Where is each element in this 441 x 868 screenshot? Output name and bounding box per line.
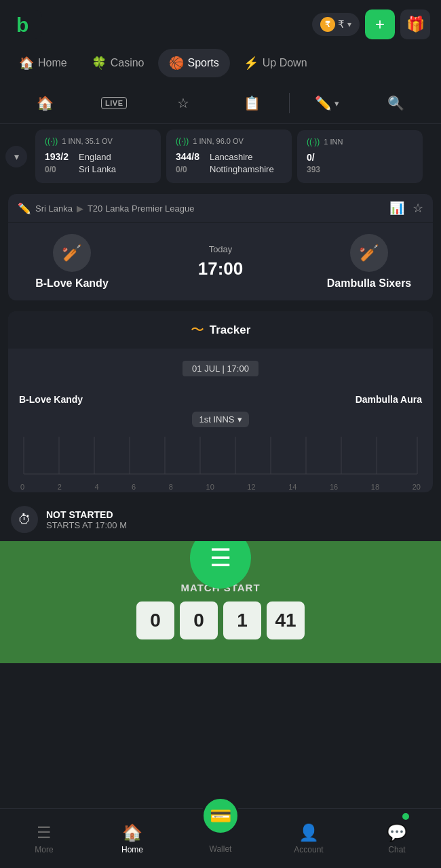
- tracker-team1: B-Love Kandy: [19, 394, 83, 405]
- tab-casino[interactable]: 🍀 Casino: [81, 49, 155, 77]
- header-right: ₹ ₹ ▾ + 🎁: [312, 9, 430, 39]
- tracker-chart: 0 2 4 6 8 10 12 14 16 18 20: [8, 431, 433, 492]
- innings-chevron-icon: ▾: [237, 414, 242, 425]
- score-card-3[interactable]: ((·)) 1 INN 0/ 393: [297, 130, 423, 183]
- match-card: ✏️ Sri Lanka ▶ T20 Lanka Premier League …: [8, 194, 433, 300]
- match-center: Today 17:00: [198, 244, 244, 279]
- score-team-1a: England: [79, 152, 111, 162]
- currency-icon: ₹: [320, 17, 335, 32]
- score-innings-1: 1 INN, 35.1 OV: [62, 137, 113, 145]
- tracker-section: 〜 Tracker 01 JUL | 17:00 B-Love Kandy Da…: [8, 311, 433, 492]
- league-name: T20 Lanka Premier League: [88, 203, 195, 214]
- logo: b: [11, 7, 45, 41]
- score-val-2a: 344/8: [176, 151, 204, 162]
- countdown-3: 41: [267, 601, 305, 639]
- score-val-1a: 193/2: [45, 151, 73, 162]
- scores-carousel: ▾ ((·)) 1 INN, 35.1 OV 193/2 England 0/0…: [0, 124, 441, 189]
- toolbar-edit[interactable]: ✏️ ▾: [292, 88, 362, 118]
- not-started-icon: ⏱: [11, 506, 38, 533]
- home-nav-icon: 🏠: [122, 823, 142, 842]
- nav-home[interactable]: 🏠 Home: [88, 809, 176, 868]
- nav-chat[interactable]: 💬 Chat: [353, 809, 441, 868]
- stats-icon[interactable]: 📊: [389, 201, 404, 216]
- tab-casino-label: Casino: [111, 57, 145, 69]
- team2-name: Dambulla Sixers: [327, 277, 412, 290]
- nav-more-label: More: [35, 845, 53, 854]
- countdown-0: 0: [136, 601, 174, 639]
- bets-icon: 📋: [244, 95, 261, 111]
- score-val-3a: 0/: [307, 152, 335, 163]
- score-team-2a: Lancashire: [210, 152, 253, 162]
- chevron-down-icon: ▾: [347, 20, 351, 29]
- countdown-2: 1: [223, 601, 261, 639]
- tracker-date: 01 JUL | 17:00: [183, 361, 258, 376]
- bottom-nav: ☰ More 🏠 Home 💳 Wallet 👤 Account 💬 Chat: [0, 808, 441, 868]
- not-started-title: NOT STARTED: [46, 509, 127, 520]
- match-card-header: ✏️ Sri Lanka ▶ T20 Lanka Premier League …: [8, 194, 433, 223]
- toolbar-live[interactable]: LIVE: [80, 90, 149, 116]
- tab-sports[interactable]: 🏀 Sports: [158, 49, 230, 77]
- currency-text: ₹: [338, 18, 345, 31]
- nav-wallet[interactable]: 💳 Wallet: [176, 809, 265, 868]
- tracker-header: 〜 Tracker: [8, 311, 433, 349]
- toolbar-divider: [289, 93, 290, 113]
- match-start-area: ☰ MATCH START 0 0 1 41: [0, 541, 441, 663]
- match-league: Sri Lanka ▶ T20 Lanka Premier League: [35, 203, 385, 214]
- add-funds-button[interactable]: +: [365, 9, 395, 39]
- score-val-1b: 0/0: [45, 165, 73, 174]
- live-badge: LIVE: [101, 97, 127, 109]
- account-icon: 👤: [299, 823, 319, 842]
- match-section: ✏️ Sri Lanka ▶ T20 Lanka Premier League …: [0, 189, 441, 306]
- not-started-banner: ⏱ NOT STARTED STARTS AT 17:00 M: [0, 498, 441, 541]
- sports-tab-icon: 🏀: [169, 56, 184, 71]
- match-card-actions: 📊 ☆: [389, 201, 423, 216]
- team1-name: B-Love Kandy: [35, 277, 109, 290]
- score-innings-2: 1 INN, 96.0 OV: [193, 137, 244, 145]
- nav-more[interactable]: ☰ More: [0, 809, 88, 868]
- chat-notification-dot: [402, 813, 409, 820]
- league-separator: ▶: [77, 203, 83, 214]
- cricket-icon: ✏️: [18, 202, 31, 215]
- toolbar-bets[interactable]: 📋: [218, 88, 287, 118]
- not-started-text: NOT STARTED STARTS AT 17:00 M: [46, 509, 127, 530]
- tab-updown-label: Up Down: [263, 57, 307, 69]
- currency-selector[interactable]: ₹ ₹ ▾: [312, 13, 360, 36]
- favorite-icon[interactable]: ☆: [413, 201, 423, 216]
- match-card-body: 🏏 B-Love Kandy Today 17:00 🏏 Dambulla Si…: [8, 223, 433, 300]
- innings-dropdown[interactable]: 1st INNS ▾: [192, 412, 248, 427]
- carousel-arrow[interactable]: ▾: [5, 146, 27, 167]
- match-start-icon: ☰: [210, 544, 231, 572]
- not-started-time: STARTS AT 17:00 M: [46, 520, 127, 530]
- search-icon: 🔍: [387, 95, 404, 111]
- innings-label: 1st INNS: [199, 414, 234, 425]
- match-time: 17:00: [198, 258, 244, 279]
- chart-labels: 0 2 4 6 8 10 12 14 16 18 20: [19, 483, 422, 491]
- casino-tab-icon: 🍀: [92, 56, 107, 71]
- nav-tabs: 🏠 Home 🍀 Casino 🏀 Sports ⚡ Up Down: [0, 49, 441, 83]
- score-team-1b: Sri Lanka: [79, 164, 116, 174]
- edit-chevron-icon: ▾: [334, 98, 339, 108]
- chart-svg: [19, 437, 422, 477]
- toolbar-search[interactable]: 🔍: [362, 88, 431, 118]
- toolbar-home[interactable]: 🏠: [11, 88, 80, 118]
- team1-icon: 🏏: [53, 234, 91, 272]
- score-card-2[interactable]: ((·)) 1 INN, 96.0 OV 344/8 Lancashire 0/…: [166, 130, 292, 183]
- nav-home-label: Home: [121, 845, 143, 854]
- nav-wallet-label: Wallet: [210, 844, 232, 854]
- score-card-1[interactable]: ((·)) 1 INN, 35.1 OV 193/2 England 0/0 S…: [35, 130, 161, 183]
- tab-home[interactable]: 🏠 Home: [8, 49, 78, 77]
- score-innings-3: 1 INN: [324, 138, 343, 146]
- live-indicator-3: ((·)): [307, 137, 320, 146]
- wallet-icon: 💳: [210, 806, 231, 827]
- score-val-2b: 0/0: [176, 165, 204, 174]
- tab-updown[interactable]: ⚡ Up Down: [233, 49, 318, 77]
- tracker-team2: Dambulla Aura: [356, 394, 422, 405]
- score-val-3b: 393: [307, 165, 335, 174]
- tracker-teams: B-Love Kandy Dambulla Aura: [8, 389, 433, 408]
- live-indicator-2: ((·)): [176, 136, 189, 146]
- toolbar-favorites[interactable]: ☆: [149, 88, 218, 118]
- tab-home-label: Home: [38, 57, 67, 69]
- gift-button[interactable]: 🎁: [400, 9, 430, 39]
- header: b ₹ ₹ ▾ + 🎁: [0, 0, 441, 49]
- nav-account[interactable]: 👤 Account: [265, 809, 353, 868]
